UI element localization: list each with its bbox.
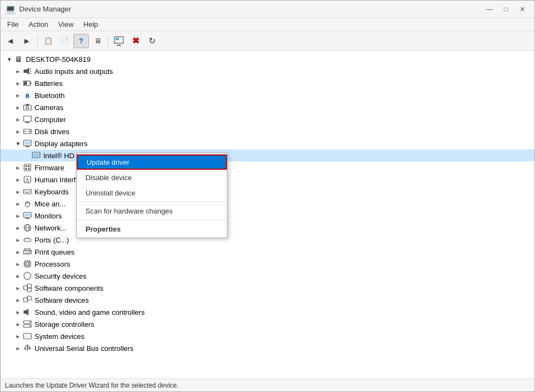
hid-expand[interactable]: ► (14, 175, 22, 184)
svg-marker-76 (26, 309, 29, 315)
audio-expand[interactable]: ► (14, 67, 22, 76)
ports-label: Ports (C...) (35, 236, 69, 244)
add-button[interactable] (111, 34, 127, 48)
tree-item-swdevices[interactable]: ► Software devices (1, 294, 534, 306)
close-button[interactable]: ✕ (515, 4, 530, 15)
tree-item-processors[interactable]: ► Processors (1, 258, 534, 270)
driver-button[interactable]: 📄 (57, 34, 72, 48)
toolbar-separator-2 (108, 36, 109, 47)
svg-rect-34 (24, 189, 31, 194)
tree-root[interactable]: ▼ 🖥 DESKTOP-504K819 (1, 53, 534, 65)
network-label: Network... (35, 224, 67, 232)
processors-label: Processors (35, 260, 70, 268)
intelhd-icon (31, 151, 41, 160)
sound-label: Sound, video and game controllers (35, 308, 145, 316)
svg-rect-10 (30, 82, 31, 84)
svg-point-55 (30, 251, 31, 252)
monitors-expand[interactable]: ► (14, 211, 22, 220)
forward-button[interactable]: ► (19, 34, 35, 48)
batteries-expand[interactable]: ► (14, 79, 22, 88)
svg-point-13 (26, 106, 29, 109)
monitor-button[interactable]: 🖥 (90, 34, 105, 48)
refresh-button[interactable]: ↻ (144, 34, 160, 48)
firmware-expand[interactable]: ► (14, 163, 22, 172)
tree-item-usb[interactable]: ► Universal Serial Bus controllers (1, 342, 534, 354)
minimize-button[interactable]: — (482, 4, 497, 15)
keyboards-icon (22, 187, 32, 197)
ctx-scan-hardware[interactable]: Scan for hardware changes (77, 203, 227, 218)
tree-item-diskdrives[interactable]: ► Disk drives (1, 125, 534, 137)
monitors-label: Monitors (35, 212, 62, 220)
svg-rect-74 (27, 296, 31, 300)
mice-expand[interactable]: ► (14, 199, 22, 208)
swdevices-icon (22, 295, 32, 305)
tree-item-batteries[interactable]: ► Batteries (1, 77, 534, 89)
ctx-update-driver[interactable]: Update driver (77, 154, 227, 170)
svg-rect-70 (24, 286, 27, 290)
sound-expand[interactable]: ► (14, 308, 22, 316)
processors-expand[interactable]: ► (14, 260, 22, 268)
window-title: Device Manager (19, 5, 71, 13)
menu-file[interactable]: File (3, 19, 23, 30)
tree-item-cameras[interactable]: ► Cameras (1, 101, 534, 113)
svg-rect-31 (28, 168, 30, 170)
ctx-separator (77, 201, 227, 202)
network-expand[interactable]: ► (14, 223, 22, 232)
root-expand[interactable]: ▼ (5, 55, 14, 64)
maximize-button[interactable]: □ (498, 4, 514, 15)
mice-icon (22, 199, 32, 209)
sysdevices-label: System devices (35, 332, 84, 341)
displayadapters-expand[interactable]: ▼ (14, 139, 22, 148)
svg-rect-73 (24, 298, 27, 302)
sysdevices-expand[interactable]: ► (14, 332, 22, 341)
monitors-icon (22, 211, 32, 221)
usb-icon (22, 343, 32, 353)
diskdrives-expand[interactable]: ► (14, 127, 22, 136)
tree-item-security[interactable]: ► Security devices (1, 270, 534, 282)
remove-button[interactable]: ✖ (128, 34, 143, 48)
menu-action[interactable]: Action (24, 19, 53, 30)
tree-item-sysdevices[interactable]: ► System devices (1, 330, 534, 342)
ports-icon (22, 235, 32, 245)
computer-expand[interactable]: ► (14, 115, 22, 124)
computer-label: Computer (35, 116, 66, 124)
svg-rect-75 (24, 310, 26, 314)
svg-rect-72 (27, 288, 31, 292)
ctx-disable-device[interactable]: Disable device (77, 170, 227, 185)
back-button[interactable]: ◄ (3, 34, 18, 48)
svg-rect-82 (25, 335, 30, 338)
tree-item-displayadapters[interactable]: ▼ Display adapters (1, 137, 534, 149)
menu-view[interactable]: View (54, 19, 78, 30)
ports-expand[interactable]: ► (14, 235, 22, 244)
swcomponents-expand[interactable]: ► (14, 284, 22, 292)
storage-expand[interactable]: ► (14, 320, 22, 328)
ctx-uninstall-device[interactable]: Uninstall device (77, 185, 227, 200)
svg-point-79 (30, 322, 31, 323)
usb-label: Universal Serial Bus controllers (35, 344, 134, 353)
printqueues-expand[interactable]: ► (14, 247, 22, 256)
cameras-expand[interactable]: ► (14, 103, 22, 112)
help-button[interactable]: ? (73, 34, 89, 48)
tree-item-audio[interactable]: ► Audio inputs and outputs (1, 65, 534, 77)
properties-button[interactable]: 📋 (41, 34, 56, 48)
usb-expand[interactable]: ► (14, 344, 22, 353)
menu-help[interactable]: Help (79, 19, 103, 30)
ctx-properties[interactable]: Properties (77, 221, 227, 237)
storage-icon (22, 319, 32, 329)
tree-item-computer[interactable]: ► Computer (1, 113, 534, 125)
tree-item-swcomponents[interactable]: ► Software components (1, 282, 534, 294)
toolbar: ◄ ► 📋 📄 ? 🖥 ✖ ↻ (1, 31, 534, 51)
diskdrives-icon (22, 126, 32, 136)
tree-item-bluetooth[interactable]: ► ʙ Bluetooth (1, 89, 534, 101)
tree-item-sound[interactable]: ► Sound, video and game controllers (1, 306, 534, 318)
svg-line-6 (30, 68, 31, 70)
swcomponents-icon (22, 283, 32, 293)
security-expand[interactable]: ► (14, 272, 22, 280)
tree-item-printqueues[interactable]: ► Print queues (1, 246, 534, 258)
svg-rect-11 (24, 82, 27, 85)
keyboards-expand[interactable]: ► (14, 187, 22, 196)
tree-item-storage[interactable]: ► Storage controllers (1, 318, 534, 330)
swdevices-expand[interactable]: ► (14, 296, 22, 304)
bluetooth-expand[interactable]: ► (14, 91, 22, 100)
svg-rect-27 (24, 164, 31, 171)
